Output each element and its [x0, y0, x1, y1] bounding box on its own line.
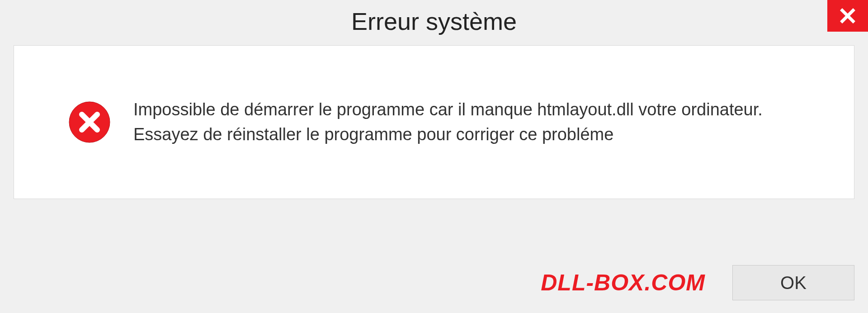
content-panel: Impossible de démarrer le programme car … — [14, 45, 854, 199]
title-bar: Erreur système — [0, 0, 868, 45]
watermark-text: DLL-BOX.COM — [541, 270, 705, 296]
ok-button[interactable]: OK — [732, 265, 854, 300]
dialog-footer: DLL-BOX.COM OK — [14, 265, 854, 300]
error-icon — [68, 101, 111, 143]
error-dialog: Erreur système Impossible de démarrer le… — [0, 0, 868, 313]
close-button[interactable] — [827, 0, 868, 32]
close-icon — [839, 7, 857, 25]
dialog-title: Erreur système — [351, 7, 517, 35]
error-message: Impossible de démarrer le programme car … — [133, 97, 827, 147]
